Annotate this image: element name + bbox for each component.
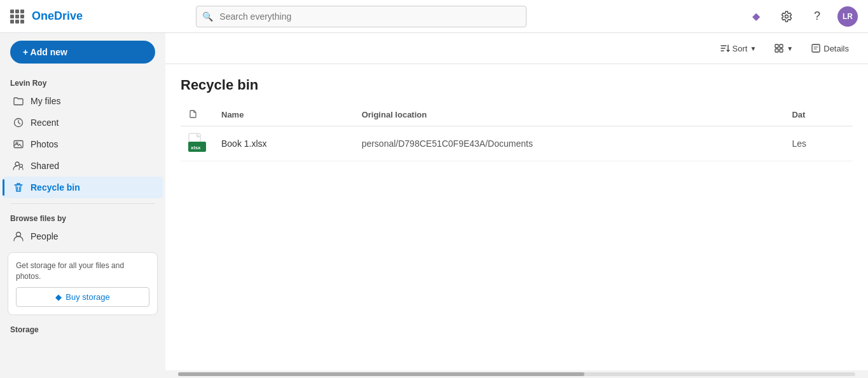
scroll-track	[178, 372, 855, 376]
sidebar-item-label: Shared	[31, 161, 59, 171]
people-icon	[13, 231, 24, 242]
waffle-icon[interactable]	[10, 10, 24, 24]
details-button[interactable]: Details	[804, 39, 855, 57]
details-label: Details	[823, 44, 849, 53]
photos-icon	[13, 138, 24, 150]
topbar: OneDrive 🔍 ◆ ? LR	[0, 0, 868, 33]
bottom-scrollbar[interactable]	[165, 370, 868, 378]
view-icon	[774, 43, 784, 53]
app-logo[interactable]: OneDrive	[32, 10, 83, 23]
sidebar-user-name: Levin Roy	[0, 74, 165, 90]
row-name: Book 1.xlsx	[214, 126, 354, 161]
table-row[interactable]: xlsx Book 1.xlsx personal/D798CE51C0F9E4…	[181, 126, 853, 161]
file-col-icon	[188, 109, 198, 119]
sort-button[interactable]: Sort ▼	[713, 39, 763, 57]
col-header-checkbox[interactable]	[181, 104, 214, 126]
sidebar-item-recycle-bin[interactable]: Recycle bin	[3, 177, 163, 198]
search-icon: 🔍	[202, 11, 213, 22]
xlsx-icon: xlsx	[188, 133, 206, 154]
sidebar-item-photos[interactable]: Photos	[3, 133, 163, 155]
main-layout: + Add new Levin Roy My files Recent Ph	[0, 33, 868, 378]
buy-storage-label: Buy storage	[65, 292, 109, 302]
sidebar-item-my-files[interactable]: My files	[3, 90, 163, 112]
sidebar-item-label: Recent	[31, 118, 59, 128]
content-area: Sort ▼ ▼ Details	[165, 33, 868, 378]
svg-text:xlsx: xlsx	[191, 145, 201, 151]
col-header-date[interactable]: Dat	[784, 104, 853, 126]
recycle-bin-icon	[13, 182, 24, 193]
avatar-button[interactable]: LR	[837, 6, 858, 27]
page-title: Recycle bin	[181, 77, 853, 93]
browse-section-label: Browse files by	[0, 209, 165, 226]
col-header-location[interactable]: Original location	[354, 104, 785, 126]
recent-icon	[13, 117, 24, 128]
buy-storage-button[interactable]: ◆ Buy storage	[16, 287, 149, 307]
content-toolbar: Sort ▼ ▼ Details	[165, 33, 868, 64]
row-date: Les	[784, 126, 853, 161]
sidebar-divider	[10, 203, 155, 204]
folder-icon	[13, 95, 24, 107]
page-content: Recycle bin Name Original location Dat	[165, 64, 868, 370]
sidebar-item-label: My files	[31, 96, 60, 106]
table-header-row: Name Original location Dat	[181, 104, 853, 126]
search-input[interactable]	[196, 6, 527, 27]
file-table: Name Original location Dat	[181, 104, 853, 161]
svg-rect-6	[775, 44, 778, 48]
svg-rect-10	[812, 44, 820, 52]
col-header-name[interactable]: Name	[214, 104, 354, 126]
sidebar: + Add new Levin Roy My files Recent Ph	[0, 33, 165, 378]
svg-rect-9	[780, 49, 783, 52]
help-icon-button[interactable]: ?	[807, 6, 827, 27]
row-checkbox[interactable]: xlsx	[181, 126, 214, 161]
premium-icon-button[interactable]: ◆	[746, 6, 766, 27]
add-new-button[interactable]: + Add new	[10, 41, 155, 64]
file-name: Book 1.xlsx	[221, 138, 267, 149]
storage-card: Get storage for all your files and photo…	[8, 252, 158, 315]
sidebar-item-people[interactable]: People	[3, 226, 163, 247]
shared-icon	[13, 160, 24, 172]
view-chevron-icon: ▼	[787, 45, 793, 52]
storage-label: Storage	[0, 320, 165, 337]
buy-storage-gem-icon: ◆	[55, 292, 62, 302]
search-bar: 🔍	[196, 6, 527, 27]
sort-label: Sort	[733, 44, 748, 53]
file-name-cell: Book 1.xlsx	[221, 138, 347, 149]
storage-card-text: Get storage for all your files and photo…	[16, 260, 149, 282]
app-name: OneDrive	[32, 10, 83, 23]
sidebar-item-shared[interactable]: Shared	[3, 155, 163, 177]
svg-point-3	[15, 162, 19, 166]
sidebar-item-label: People	[31, 231, 59, 241]
svg-rect-8	[775, 49, 778, 52]
sidebar-item-label: Photos	[31, 139, 59, 149]
settings-icon-button[interactable]	[776, 6, 797, 27]
details-icon	[811, 43, 821, 53]
topbar-actions: ◆ ? LR	[746, 6, 858, 27]
view-toggle-button[interactable]: ▼	[768, 39, 799, 57]
sort-icon	[720, 43, 730, 53]
row-location: personal/D798CE51C0F9E43A/Documents	[354, 126, 785, 161]
sidebar-item-recent[interactable]: Recent	[3, 112, 163, 133]
sort-chevron-icon: ▼	[750, 45, 756, 52]
sidebar-item-label: Recycle bin	[31, 182, 80, 192]
scroll-thumb	[178, 372, 584, 376]
svg-rect-7	[780, 44, 783, 48]
